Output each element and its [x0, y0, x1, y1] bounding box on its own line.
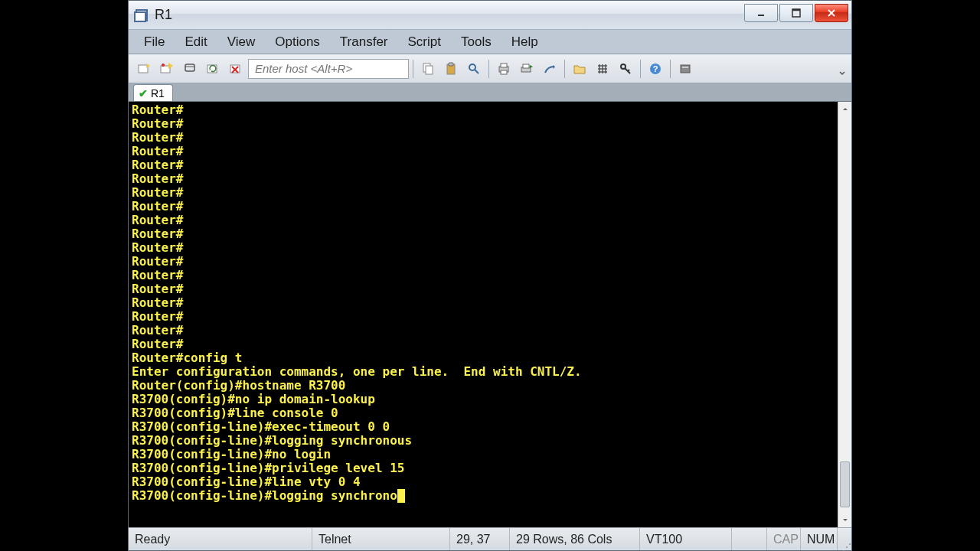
terminal-line: Router# — [132, 117, 835, 131]
scroll-up-icon[interactable] — [838, 102, 851, 116]
terminal-line: R3700(config-line)#logging synchrono — [132, 489, 835, 503]
log-icon[interactable] — [539, 58, 560, 80]
terminal-line: Router# — [132, 227, 835, 241]
tab-label: R1 — [151, 87, 165, 99]
svg-rect-19 — [449, 63, 453, 66]
terminal-line: Router# — [132, 131, 835, 145]
reconnect-icon[interactable] — [202, 58, 224, 80]
statusbar: Ready Telnet 29, 37 29 Rows, 86 Cols VT1… — [129, 527, 851, 550]
menu-edit[interactable]: Edit — [175, 31, 216, 53]
menubar: File Edit View Options Transfer Script T… — [129, 30, 851, 54]
terminal-line: R3700(config-line)#line vty 0 4 — [132, 475, 835, 489]
terminal-line: Router(config)#hostname R3700 — [132, 379, 835, 393]
find-icon[interactable] — [463, 58, 485, 80]
sftp-icon[interactable] — [675, 58, 696, 80]
terminal-line: Router# — [132, 269, 835, 282]
status-numlock: NUM — [801, 528, 838, 550]
svg-rect-10 — [185, 64, 194, 71]
terminal-line: Router#config t — [132, 351, 835, 365]
options-icon[interactable] — [592, 58, 613, 80]
folder-icon[interactable] — [569, 58, 590, 80]
menu-transfer[interactable]: Transfer — [331, 31, 397, 53]
svg-rect-23 — [501, 64, 507, 67]
connect-tab-icon[interactable] — [179, 58, 201, 80]
svg-point-20 — [469, 64, 475, 70]
terminal-line: Router# — [132, 214, 835, 227]
scroll-down-icon[interactable] — [838, 514, 851, 527]
terminal[interactable]: Router#Router#Router#Router#Router#Route… — [129, 102, 838, 527]
status-connection: Telnet — [312, 528, 450, 550]
quick-connect-icon[interactable] — [156, 58, 178, 80]
svg-rect-24 — [501, 70, 507, 74]
copy-icon[interactable] — [417, 58, 439, 80]
terminal-line: Router# — [132, 145, 835, 158]
paste-icon[interactable] — [440, 58, 462, 80]
window-title: R1 — [155, 7, 744, 23]
menu-tools[interactable]: Tools — [452, 31, 501, 53]
svg-point-9 — [162, 64, 165, 67]
status-cursor-pos: 29, 37 — [450, 528, 510, 550]
svg-line-35 — [628, 70, 629, 71]
terminal-line: Router# — [132, 324, 835, 337]
menu-view[interactable]: View — [218, 31, 265, 53]
terminal-line: Router# — [132, 296, 835, 310]
terminal-line: Router# — [132, 186, 835, 200]
terminal-line: Router# — [132, 172, 835, 186]
toolbar: ? — [129, 54, 851, 83]
terminal-line: R3700(config-line)#exec-timeout 0 0 — [132, 420, 835, 434]
key-icon[interactable] — [615, 58, 636, 80]
scroll-thumb[interactable] — [840, 461, 850, 507]
terminal-line: Router# — [132, 158, 835, 172]
terminal-line: Router# — [132, 241, 835, 255]
status-spacer — [732, 528, 767, 550]
terminal-line: Router# — [132, 255, 835, 269]
terminal-line: Router# — [132, 310, 835, 324]
new-session-icon[interactable] — [133, 58, 155, 80]
status-ready: Ready — [129, 528, 312, 550]
menu-script[interactable]: Script — [399, 31, 450, 53]
svg-rect-38 — [681, 65, 690, 73]
status-emulation: VT100 — [640, 528, 732, 550]
terminal-line: Router# — [132, 200, 835, 214]
terminal-line: Enter configuration commands, one per li… — [132, 365, 835, 379]
svg-text:?: ? — [653, 64, 658, 73]
status-capslock: CAP — [767, 528, 801, 550]
terminal-line: R3700(config-line)#no login — [132, 448, 835, 461]
tabbar: ✔ R1 — [129, 83, 851, 102]
menu-file[interactable]: File — [135, 31, 174, 53]
print-icon[interactable] — [493, 58, 514, 80]
host-input[interactable] — [248, 59, 409, 79]
toolbar-overflow-icon[interactable] — [838, 58, 847, 80]
terminal-line: Router# — [132, 337, 835, 351]
terminal-line: R3700(config-line)#logging synchronous — [132, 434, 835, 448]
session-tab[interactable]: ✔ R1 — [133, 84, 173, 101]
scrollbar[interactable] — [838, 102, 851, 527]
cursor — [397, 489, 405, 503]
svg-rect-39 — [682, 67, 688, 68]
terminal-line: R3700(config-line)#privilege level 15 — [132, 461, 835, 475]
titlebar[interactable]: R1 — [129, 1, 851, 30]
help-icon[interactable]: ? — [645, 58, 666, 80]
terminal-line: Router# — [132, 282, 835, 296]
scroll-track[interactable] — [838, 116, 851, 514]
app-icon — [133, 7, 150, 24]
close-button[interactable] — [815, 4, 848, 22]
app-window: R1 File Edit View Options Transfer Scrip… — [128, 0, 852, 551]
print-screen-icon[interactable] — [516, 58, 537, 80]
resize-grip-icon[interactable]: ⋰ — [838, 528, 851, 550]
maximize-button[interactable] — [779, 4, 813, 22]
menu-options[interactable]: Options — [266, 31, 329, 53]
svg-line-21 — [475, 70, 479, 73]
disconnect-icon[interactable] — [225, 58, 247, 80]
status-dimensions: 29 Rows, 86 Cols — [510, 528, 640, 550]
minimize-button[interactable] — [744, 4, 778, 22]
svg-rect-1 — [135, 12, 145, 21]
terminal-line: R3700(config)#line console 0 — [132, 406, 835, 420]
terminal-line: R3700(config)#no ip domain-lookup — [132, 393, 835, 406]
menu-help[interactable]: Help — [502, 31, 547, 53]
terminal-line: Router# — [132, 103, 835, 117]
svg-rect-26 — [523, 64, 529, 68]
connected-icon: ✔ — [139, 87, 148, 99]
svg-rect-17 — [426, 66, 433, 74]
